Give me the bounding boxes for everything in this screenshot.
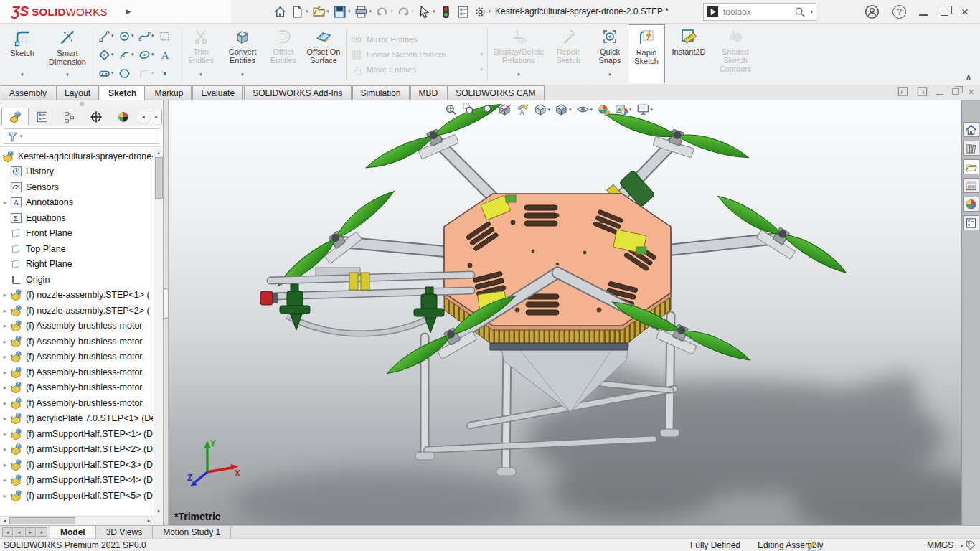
tab-sketch[interactable]: Sketch	[100, 85, 145, 100]
tree-item-component[interactable]: (f) armSupportHalf.STEP<2> (D	[0, 442, 153, 458]
polygon-tool[interactable]	[97, 49, 114, 61]
point-tool[interactable]	[157, 67, 171, 80]
tree-item-origin[interactable]: Origin	[0, 272, 153, 288]
help-icon[interactable]	[892, 5, 906, 19]
tree-vertical-scrollbar[interactable]	[154, 148, 163, 516]
first-tab-button[interactable]	[2, 527, 13, 537]
scroll-down-arrow-icon[interactable]	[154, 507, 163, 516]
save-button[interactable]	[332, 4, 352, 20]
graphics-viewport[interactable]: Y X Z *Trimetric	[169, 100, 961, 525]
tree-item-top-plane[interactable]: Top Plane	[0, 241, 153, 257]
custom-properties-button[interactable]	[963, 215, 979, 230]
expand-arrow-icon[interactable]	[0, 322, 10, 329]
tree-item-component[interactable]: (f) nozzle-assembly.STEP<1> (	[0, 288, 153, 303]
convert-entities-button[interactable]: Convert Entities	[221, 24, 264, 83]
sketch-button[interactable]: Sketch	[3, 24, 42, 83]
expand-arrow-icon[interactable]	[0, 199, 10, 206]
convert-entities-caret[interactable]	[241, 70, 244, 79]
edit-appearance-button[interactable]	[597, 103, 611, 116]
restore-button[interactable]	[941, 9, 948, 16]
tab-layout[interactable]: Layout	[56, 85, 99, 100]
close-button[interactable]	[961, 7, 969, 17]
taskpane-home-button[interactable]	[963, 122, 979, 137]
view-settings-button[interactable]	[636, 103, 653, 116]
tab-featuremanager[interactable]	[1, 108, 29, 126]
home-button[interactable]	[273, 4, 288, 20]
quick-snaps-button[interactable]: Quick Snaps	[592, 24, 628, 83]
expand-arrow-icon[interactable]	[0, 461, 10, 468]
smart-dimension-button[interactable]: Smart Dimension	[42, 24, 93, 83]
spline-tool[interactable]	[137, 30, 154, 42]
tree-item-component[interactable]: (f) Assembly-brushless-motor.	[0, 319, 153, 334]
expand-arrow-icon[interactable]	[0, 430, 10, 438]
sketch-text-tool[interactable]	[157, 49, 171, 61]
tab-markup[interactable]: Markup	[146, 85, 192, 100]
quick-snaps-caret[interactable]	[608, 70, 611, 79]
ellipse-tool[interactable]	[137, 49, 154, 61]
tree-item-component[interactable]: (f) armSupportHalf.STEP<4> (D	[0, 473, 153, 489]
zoom-to-fit-button[interactable]	[443, 103, 457, 116]
line-tool[interactable]	[97, 30, 114, 42]
tab-simulation[interactable]: Simulation	[352, 85, 410, 100]
tree-item-component[interactable]: (f) Assembly-brushless-motor.	[0, 380, 153, 396]
dock-pane-left-icon[interactable]	[897, 86, 908, 97]
manager-tabs-scroll-left[interactable]	[138, 110, 149, 123]
next-tab-button[interactable]	[25, 527, 36, 537]
file-properties-button[interactable]	[456, 4, 471, 20]
last-tab-button[interactable]	[37, 527, 47, 537]
vertical-scroll-thumb[interactable]	[155, 157, 163, 199]
expand-arrow-icon[interactable]	[0, 415, 10, 422]
tree-item-component[interactable]: (f) armSupportHalf.STEP<1> (D	[0, 426, 153, 442]
tab-evaluate[interactable]: Evaluate	[192, 85, 243, 100]
options-button[interactable]	[473, 4, 492, 20]
expand-arrow-icon[interactable]	[0, 446, 10, 453]
tree-item-equations[interactable]: Equations	[0, 210, 153, 226]
expand-arrow-icon[interactable]	[0, 400, 10, 407]
hide-show-items-button[interactable]	[575, 103, 593, 116]
expand-arrow-icon[interactable]	[0, 291, 10, 298]
tree-filter-input[interactable]	[4, 128, 159, 144]
view-orientation-button[interactable]	[533, 103, 550, 116]
tree-item-annotations[interactable]: Annotations	[0, 195, 153, 211]
tree-item-component[interactable]: (f) Assembly-brushless-motor.	[0, 334, 153, 349]
smart-dimension-flyout-caret[interactable]	[66, 70, 69, 79]
panel-viewport-splitter[interactable]	[164, 100, 169, 525]
tab-solidworks-cam[interactable]: SOLIDWORKS CAM	[447, 85, 544, 100]
expand-arrow-icon[interactable]	[0, 353, 10, 360]
tree-item-component[interactable]: (f) nozzle-assembly.STEP<2> (	[0, 303, 153, 319]
tab-propertymanager[interactable]	[29, 108, 56, 126]
select-button[interactable]	[417, 4, 436, 20]
tree-item-component[interactable]: (f) acrylicPlate 7.0.STEP<1> (De	[0, 411, 153, 427]
collapse-ribbon-chevron[interactable]	[966, 72, 971, 82]
offset-on-surface-button[interactable]: Offset On Surface	[303, 24, 344, 83]
tab-motion-study-1[interactable]: Motion Study 1	[153, 526, 231, 538]
horizontal-scroll-thumb[interactable]	[9, 517, 75, 524]
zoom-to-area-button[interactable]	[461, 103, 475, 116]
tab-solidworks-add-ins[interactable]: SOLIDWORKS Add-Ins	[244, 85, 351, 100]
tab-dimxpertmanager[interactable]	[83, 108, 110, 126]
tab-assembly[interactable]: Assembly	[1, 85, 55, 100]
expand-arrow-icon[interactable]	[0, 307, 10, 314]
tab-mbd[interactable]: MBD	[410, 85, 447, 100]
expand-arrow-icon[interactable]	[0, 369, 10, 376]
apply-scene-button[interactable]	[615, 103, 632, 116]
expand-arrow-icon[interactable]	[0, 338, 10, 345]
doc-minimize-icon[interactable]	[936, 94, 943, 95]
search-magnifier-icon[interactable]	[793, 6, 806, 18]
file-explorer-button[interactable]	[963, 159, 979, 174]
splitter-collapse-handle[interactable]	[163, 288, 169, 319]
expand-arrow-icon[interactable]	[0, 384, 10, 391]
circle-tool[interactable]	[117, 30, 134, 42]
tree-item-component[interactable]: (f) Assembly-brushless-motor.	[0, 349, 153, 365]
slot-tool[interactable]	[97, 67, 114, 80]
search-scope-caret[interactable]	[810, 9, 813, 15]
search-input[interactable]: toolbox	[723, 7, 789, 17]
corner-rectangle-tool[interactable]	[157, 30, 171, 42]
minimize-button[interactable]	[919, 14, 928, 16]
expand-arrow-icon[interactable]	[0, 476, 10, 484]
rapid-sketch-button[interactable]: Rapid Sketch	[628, 24, 665, 83]
panel-splitter-grip[interactable]	[0, 100, 163, 107]
tab-model[interactable]: Model	[50, 526, 96, 538]
display-style-button[interactable]	[555, 103, 572, 116]
section-view-button[interactable]	[497, 103, 511, 116]
